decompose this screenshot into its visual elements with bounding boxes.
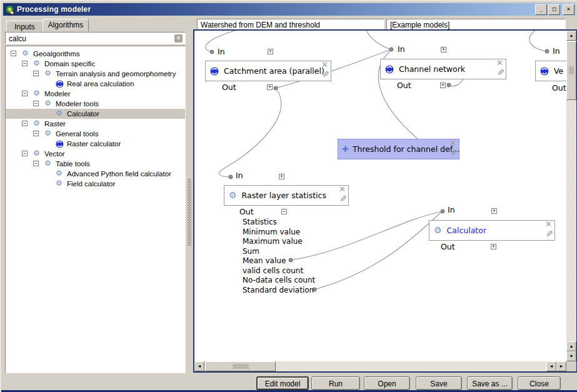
model-name-input[interactable] bbox=[199, 20, 379, 30]
output-nodata-cells[interactable]: No-data cells count bbox=[243, 276, 315, 284]
calculator-in-expand-icon[interactable]: + bbox=[491, 208, 497, 214]
delete-node-icon[interactable]: ✕ bbox=[449, 138, 456, 148]
output-minimum-value[interactable]: Minimum value bbox=[243, 228, 300, 236]
port-dot-catchment-out[interactable] bbox=[274, 86, 278, 90]
delete-node-icon[interactable]: ✕ bbox=[339, 184, 346, 194]
collapse-icon[interactable]: − bbox=[22, 61, 28, 66]
collapse-icon[interactable]: − bbox=[33, 71, 39, 76]
algorithm-tree: − ⚙ Geoalgorithms − ⚙ Domain specific − … bbox=[5, 46, 186, 373]
model-group-input[interactable] bbox=[389, 20, 561, 30]
scroll-left-icon[interactable]: ◄ bbox=[194, 361, 204, 371]
tree-item-domain-specific[interactable]: − ⚙ Domain specific bbox=[6, 59, 185, 69]
port-dot-calculator-in[interactable] bbox=[441, 209, 444, 213]
delete-node-icon[interactable]: ✕ bbox=[321, 60, 328, 69]
output-statistics[interactable]: Statistics bbox=[243, 218, 277, 226]
saga-icon bbox=[56, 140, 64, 148]
port-dot-rasterstats-in[interactable] bbox=[229, 175, 233, 179]
tree-item-advanced-python-field-calculator[interactable]: ⚙ Advanced Python field calculator bbox=[6, 169, 185, 179]
close-dialog-button[interactable]: Close bbox=[518, 376, 561, 390]
node-threshold-input[interactable]: ✚ Threshold for channel def... ✕ ✎ bbox=[338, 139, 459, 159]
run-button[interactable]: Run bbox=[311, 376, 360, 390]
gear-icon: ⚙ bbox=[44, 69, 51, 78]
port-dot-channel-in[interactable] bbox=[389, 48, 393, 51]
edit-node-icon[interactable]: ✎ bbox=[450, 148, 458, 158]
node-catchment-area[interactable]: Catchment area (parallel) ✕ ✎ bbox=[205, 61, 331, 81]
port-dot-catchment-in[interactable] bbox=[210, 50, 214, 54]
tree-item-modeler[interactable]: − ⚙ Modeler bbox=[6, 89, 185, 99]
output-mean-value[interactable]: Mean value bbox=[243, 256, 286, 265]
panel-splitter-handle[interactable] bbox=[188, 178, 191, 246]
thumb-grip bbox=[569, 66, 574, 74]
model-name-field-wrap bbox=[197, 19, 384, 29]
link-meanvalue-to-calculator bbox=[291, 211, 443, 260]
qgis-logo-icon bbox=[5, 5, 14, 14]
output-maximum-value[interactable]: Maximum value bbox=[243, 237, 303, 246]
open-button[interactable]: Open bbox=[364, 376, 410, 390]
tree-item-field-calculator[interactable]: ⚙ Field calculator bbox=[6, 179, 185, 189]
close-button[interactable]: ✕ bbox=[563, 4, 574, 15]
gear-icon: ⚙ bbox=[434, 226, 442, 235]
link-dem-to-ve bbox=[529, 31, 547, 51]
node-ve-clipped[interactable]: Ve bbox=[535, 61, 566, 81]
collapse-icon[interactable]: − bbox=[33, 101, 39, 106]
search-input[interactable] bbox=[8, 34, 169, 44]
titlebar: Processing modeler _ □ ✕ bbox=[3, 3, 576, 16]
save-button[interactable]: Save bbox=[416, 376, 462, 390]
maximize-button[interactable]: □ bbox=[548, 4, 560, 15]
scroll-left-icon-2[interactable]: ◄ bbox=[546, 361, 556, 371]
channel-in-expand-icon[interactable]: + bbox=[441, 47, 446, 53]
catchment-out-expand-icon[interactable]: + bbox=[267, 84, 273, 90]
collapse-icon[interactable]: − bbox=[22, 91, 28, 96]
port-dot-channel-out[interactable] bbox=[447, 83, 451, 87]
node-raster-layer-statistics[interactable]: ⚙ Raster layer statistics ✕ ✎ bbox=[224, 185, 349, 206]
rasterstats-in-expand-icon[interactable]: + bbox=[279, 174, 284, 179]
scroll-down-icon[interactable]: ▼ bbox=[566, 351, 576, 361]
minimize-button[interactable]: _ bbox=[535, 4, 547, 15]
tab-inputs[interactable]: Inputs bbox=[6, 21, 43, 31]
tree-item-real-area-calculation[interactable]: Real area calculation bbox=[6, 79, 185, 89]
tree-item-vector[interactable]: − ⚙ Vector bbox=[6, 149, 185, 159]
edit-node-icon[interactable]: ✎ bbox=[322, 69, 329, 79]
tree-item-raster-calculator[interactable]: Raster calculator bbox=[6, 139, 185, 149]
tree-item-calculator[interactable]: ⚙ Calculator bbox=[6, 109, 185, 119]
clear-search-icon[interactable]: ✕ bbox=[174, 34, 183, 43]
scroll-up-icon-2[interactable]: ▲ bbox=[566, 341, 576, 351]
tree-item-geoalgorithms[interactable]: − ⚙ Geoalgorithms bbox=[6, 49, 185, 59]
edit-model-help-button[interactable]: Edit model help bbox=[256, 376, 309, 390]
tree-item-general-tools[interactable]: − ⚙ General tools bbox=[6, 129, 185, 139]
output-std-deviation[interactable]: Standard deviation bbox=[243, 286, 314, 294]
output-valid-cells[interactable]: valid cells count bbox=[243, 266, 303, 275]
model-canvas[interactable]: In + Catchment area (parallel) ✕ ✎ Out +… bbox=[194, 31, 566, 361]
calculator-in-label: In bbox=[448, 205, 455, 214]
channel-out-expand-icon[interactable]: + bbox=[440, 83, 446, 88]
calculator-out-expand-icon[interactable]: + bbox=[491, 244, 496, 249]
horizontal-scrollbar-thumb[interactable] bbox=[205, 361, 276, 371]
node-channel-network[interactable]: Channel network ✕ ✎ bbox=[380, 59, 506, 79]
catchment-in-expand-icon[interactable]: + bbox=[268, 49, 273, 54]
scroll-up-icon[interactable]: ▲ bbox=[566, 31, 576, 41]
tree-item-terrain-analysis[interactable]: − ⚙ Terrain analysis and geomorphometry bbox=[6, 69, 185, 79]
tree-item-table-tools[interactable]: − ⚙ Table tools bbox=[6, 159, 185, 169]
edit-node-icon[interactable]: ✎ bbox=[546, 229, 553, 239]
collapse-icon[interactable]: − bbox=[22, 121, 28, 126]
channel-in-label: In bbox=[398, 44, 405, 54]
node-calculator[interactable]: ⚙ Calculator ✕ ✎ bbox=[429, 220, 555, 241]
tab-algorithms[interactable]: Algorithms bbox=[43, 19, 89, 31]
edit-node-icon[interactable]: ✎ bbox=[339, 194, 347, 204]
collapse-icon[interactable]: − bbox=[33, 131, 39, 136]
scroll-right-icon[interactable]: ► bbox=[556, 361, 566, 371]
collapse-icon[interactable]: − bbox=[11, 51, 16, 56]
collapse-icon[interactable]: − bbox=[33, 161, 39, 166]
delete-node-icon[interactable]: ✕ bbox=[496, 58, 503, 68]
rasterstats-out-collapse-icon[interactable]: − bbox=[281, 209, 287, 214]
vertical-scrollbar-thumb[interactable] bbox=[566, 41, 576, 100]
tree-item-modeler-tools[interactable]: − ⚙ Modeler tools bbox=[6, 99, 185, 109]
port-dot-meanvalue-out[interactable] bbox=[289, 258, 293, 262]
port-dot-ve-in[interactable] bbox=[545, 49, 549, 53]
delete-node-icon[interactable]: ✕ bbox=[545, 219, 552, 229]
edit-node-icon[interactable]: ✎ bbox=[497, 68, 504, 78]
save-as-button[interactable]: Save as ... bbox=[467, 376, 513, 390]
output-sum[interactable]: Sum bbox=[243, 247, 259, 256]
collapse-icon[interactable]: − bbox=[22, 151, 28, 156]
tree-item-raster[interactable]: − ⚙ Raster bbox=[6, 119, 185, 129]
